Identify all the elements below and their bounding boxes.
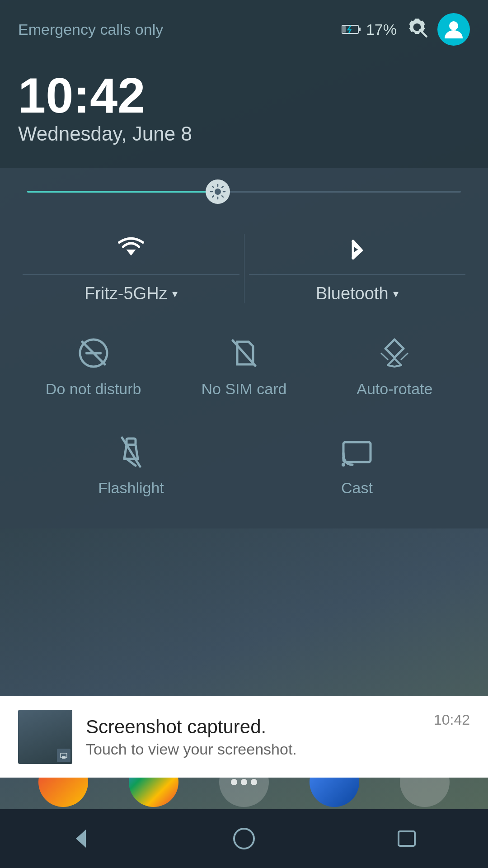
brightness-fill	[27, 191, 222, 193]
notification-title: Screenshot captured.	[86, 716, 420, 738]
svg-point-31	[234, 829, 254, 849]
dot2	[241, 779, 247, 785]
notification-panel: Emergency calls only 17%	[0, 0, 488, 528]
svg-point-5	[215, 189, 221, 195]
svg-marker-30	[76, 830, 86, 848]
svg-marker-14	[126, 250, 136, 255]
bluetooth-icon	[341, 234, 373, 265]
recents-button[interactable]	[380, 821, 434, 857]
brightness-row[interactable]	[18, 190, 470, 193]
wifi-icon	[115, 234, 147, 265]
cast-label: Cast	[341, 479, 373, 497]
svg-point-4	[449, 21, 458, 30]
cast-icon	[339, 434, 375, 470]
avatar-icon	[442, 18, 465, 41]
cast-toggle[interactable]: Cast	[244, 420, 470, 501]
svg-line-10	[212, 186, 214, 188]
bluetooth-label-row: Bluetooth ▾	[316, 284, 399, 303]
time-display: 10:42	[18, 68, 470, 123]
dnd-sim-rotate-row: Do not disturb No SIM card	[18, 321, 470, 402]
flashlight-icon	[113, 434, 149, 470]
screenshot-notification[interactable]: Screenshot captured. Touch to view your …	[0, 696, 488, 778]
svg-line-11	[222, 196, 223, 197]
nosim-icon	[226, 335, 262, 371]
brightness-slider[interactable]	[27, 190, 461, 193]
status-bar-right: 17%	[342, 13, 470, 46]
svg-rect-2	[343, 26, 346, 33]
dot1	[231, 779, 237, 785]
settings-icon[interactable]	[406, 16, 428, 43]
autorotate-toggle[interactable]: Auto-rotate	[319, 321, 470, 402]
autorotate-label: Auto-rotate	[357, 380, 432, 398]
wifi-bluetooth-row: Fritz-5GHz ▾ B	[18, 225, 470, 312]
flashlight-label: Flashlight	[98, 479, 164, 497]
wifi-label-row: Fritz-5GHz ▾	[84, 284, 178, 303]
home-button[interactable]	[217, 821, 271, 857]
battery-container: 17%	[342, 21, 397, 38]
home-icon	[230, 825, 258, 852]
screenshot-badge-icon	[59, 751, 68, 760]
svg-rect-29	[62, 756, 66, 759]
notification-body: Touch to view your screenshot.	[86, 741, 420, 758]
flashlight-toggle[interactable]: Flashlight	[18, 420, 244, 501]
battery-icon	[342, 23, 361, 36]
date-display: Wednesday, June 8	[18, 123, 470, 145]
bluetooth-toggle[interactable]: Bluetooth ▾	[244, 225, 470, 312]
notification-content: Screenshot captured. Touch to view your …	[86, 716, 420, 758]
dnd-toggle[interactable]: Do not disturb	[18, 321, 169, 402]
dnd-icon	[75, 335, 112, 371]
notification-thumbnail	[18, 710, 72, 764]
thumb-inner	[18, 710, 72, 764]
dot3	[251, 779, 257, 785]
nav-bar	[0, 809, 488, 868]
bluetooth-dropdown-arrow[interactable]: ▾	[393, 288, 399, 300]
autorotate-icon	[376, 335, 413, 371]
wifi-dropdown-arrow[interactable]: ▾	[172, 288, 178, 300]
bluetooth-icon-area	[249, 234, 466, 275]
account-avatar[interactable]	[437, 13, 470, 46]
emergency-text: Emergency calls only	[18, 21, 163, 38]
brightness-icon	[210, 184, 226, 200]
svg-line-22	[401, 353, 408, 360]
recents-icon	[393, 825, 420, 852]
wifi-icon-area	[23, 234, 239, 275]
quick-settings: Fritz-5GHz ▾ B	[0, 168, 488, 528]
brightness-thumb[interactable]	[206, 179, 230, 204]
status-bar: Emergency calls only 17%	[0, 0, 488, 59]
back-button[interactable]	[54, 821, 108, 857]
back-icon	[68, 825, 95, 852]
battery-percent: 17%	[366, 21, 397, 38]
datetime-section: 10:42 Wednesday, June 8	[0, 59, 488, 168]
svg-point-27	[342, 463, 345, 467]
nosim-toggle[interactable]: No SIM card	[169, 321, 319, 402]
svg-line-13	[212, 196, 214, 197]
bluetooth-label: Bluetooth	[316, 284, 389, 303]
wifi-label: Fritz-5GHz	[84, 284, 168, 303]
nosim-label: No SIM card	[202, 380, 287, 398]
svg-line-21	[381, 353, 388, 360]
flashlight-cast-row: Flashlight Cast	[18, 420, 470, 501]
svg-line-12	[222, 186, 223, 188]
screenshot-badge	[57, 749, 70, 762]
notification-time: 10:42	[434, 710, 470, 728]
svg-rect-32	[399, 831, 415, 846]
wifi-toggle[interactable]: Fritz-5GHz ▾	[18, 225, 244, 312]
dnd-label: Do not disturb	[46, 380, 141, 398]
svg-rect-26	[343, 442, 371, 462]
svg-rect-1	[358, 28, 361, 31]
